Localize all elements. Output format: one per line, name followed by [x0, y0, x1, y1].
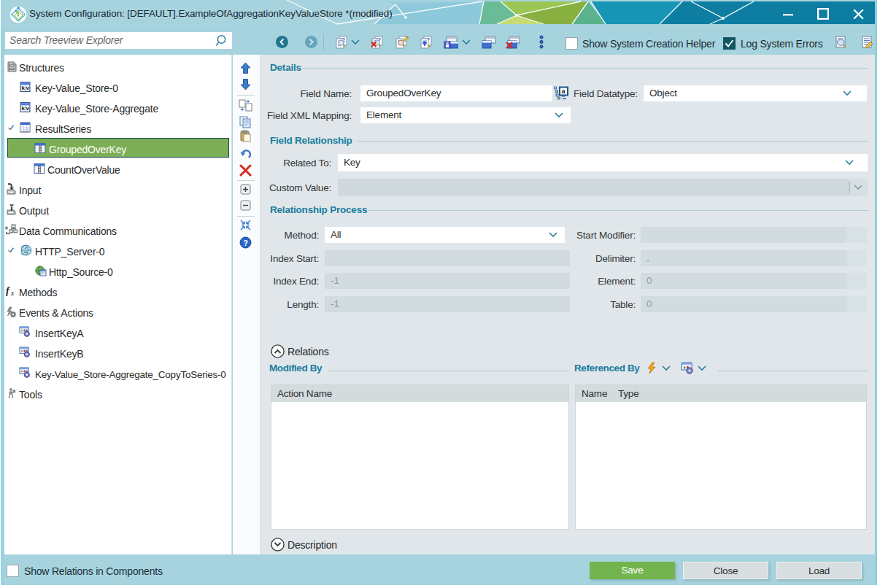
svg-text:k: k	[22, 105, 26, 112]
svg-text:k: k	[22, 85, 26, 91]
svg-text:v: v	[26, 105, 29, 112]
svg-text:f: f	[6, 285, 10, 296]
svg-text:v: v	[26, 85, 29, 91]
svg-text:x: x	[10, 289, 15, 297]
